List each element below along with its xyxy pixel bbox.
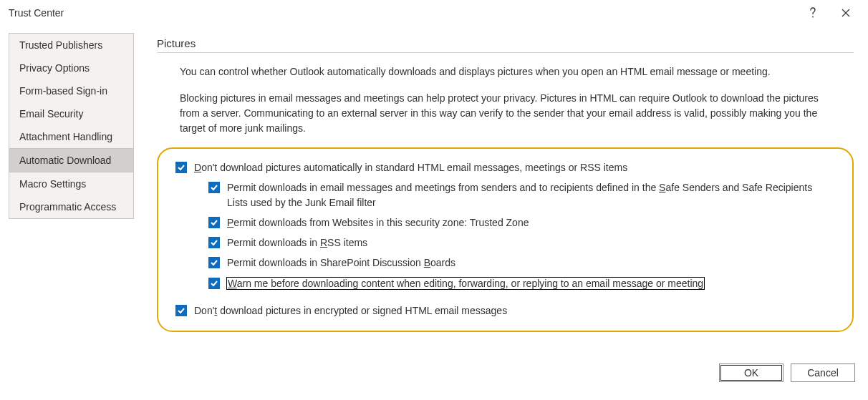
- label-rss: Permit downloads in RSS items: [227, 235, 367, 250]
- main-panel: Pictures You can control whether Outlook…: [157, 33, 859, 355]
- nav-email-security[interactable]: Email Security: [9, 102, 133, 125]
- checkbox-encrypted[interactable]: [175, 305, 187, 316]
- checkbox-safe-lists[interactable]: [208, 182, 220, 193]
- nav-macro-settings[interactable]: Macro Settings: [9, 172, 133, 195]
- nav-programmatic-access[interactable]: Programmatic Access: [9, 195, 133, 218]
- category-sidebar: Trusted Publishers Privacy Options Form-…: [9, 33, 134, 219]
- intro-text: You can control whether Outlook automati…: [180, 64, 839, 79]
- nav-privacy-options[interactable]: Privacy Options: [9, 57, 133, 79]
- option-warn: Warn me before downloading content when …: [208, 276, 835, 291]
- close-button[interactable]: [829, 1, 862, 24]
- label-warn: Warn me before downloading content when …: [227, 276, 704, 291]
- label-safe-lists: Permit downloads in email messages and m…: [227, 180, 835, 210]
- option-dont-download: Don't download pictures automatically in…: [175, 160, 835, 175]
- divider: [157, 52, 854, 53]
- label-dont-download: Don't download pictures automatically in…: [194, 160, 627, 175]
- nav-form-based-signin[interactable]: Form-based Sign-in: [9, 79, 133, 102]
- cancel-button[interactable]: Cancel: [791, 364, 855, 382]
- explain-text: Blocking pictures in email messages and …: [180, 91, 839, 136]
- label-encrypted: Don't download pictures in encrypted or …: [194, 303, 507, 318]
- checkbox-boards[interactable]: [208, 257, 220, 268]
- checkbox-trusted-zone[interactable]: [208, 217, 220, 228]
- option-trusted-zone: Permit downloads from Websites in this s…: [208, 215, 835, 230]
- window-title: Trust Center: [9, 7, 796, 19]
- ok-button[interactable]: OK: [719, 364, 783, 382]
- checkbox-rss[interactable]: [208, 237, 220, 248]
- checkbox-dont-download[interactable]: [175, 162, 187, 173]
- option-encrypted: Don't download pictures in encrypted or …: [175, 303, 835, 318]
- label-trusted-zone: Permit downloads from Websites in this s…: [227, 215, 529, 230]
- option-rss: Permit downloads in RSS items: [208, 235, 835, 250]
- titlebar: Trust Center: [0, 0, 868, 26]
- checkbox-warn[interactable]: [208, 278, 220, 289]
- help-button[interactable]: [796, 1, 829, 24]
- footer: OK Cancel: [0, 355, 868, 382]
- label-boards: Permit downloads in SharePoint Discussio…: [227, 255, 455, 270]
- section-title: Pictures: [157, 37, 854, 49]
- nav-attachment-handling[interactable]: Attachment Handling: [9, 125, 133, 148]
- option-boards: Permit downloads in SharePoint Discussio…: [208, 255, 835, 270]
- content-area: Trusted Publishers Privacy Options Form-…: [0, 26, 868, 355]
- option-safe-lists: Permit downloads in email messages and m…: [208, 180, 835, 210]
- options-highlight: Don't download pictures automatically in…: [157, 147, 854, 332]
- nav-automatic-download[interactable]: Automatic Download: [9, 148, 133, 172]
- nav-trusted-publishers[interactable]: Trusted Publishers: [9, 34, 133, 57]
